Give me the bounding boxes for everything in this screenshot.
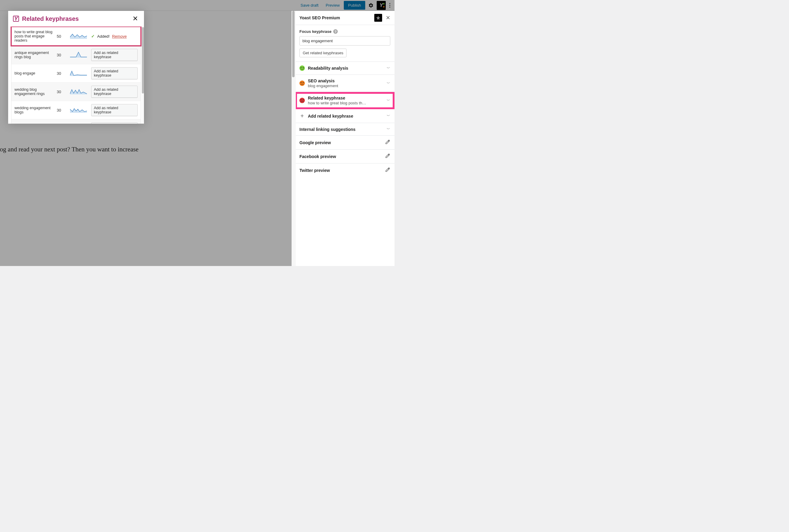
sidebar-close-icon[interactable]: ✕ [384,15,392,21]
related-keyphrase-row[interactable]: Related keyphrasehow to write great blog… [295,92,395,109]
help-icon[interactable]: ? [333,29,338,34]
remove-keyphrase-link[interactable]: Remove [112,34,127,39]
keyphrase-text: wedding blog engagement rings [15,88,57,96]
modal-title: Related keyphrases [22,15,128,22]
modal-scrollbar[interactable] [142,26,144,124]
edit-icon [385,167,390,173]
google-preview-row[interactable]: Google preview [295,136,395,150]
added-label: Added! [97,34,110,39]
check-icon: ✓ [91,34,95,39]
edit-icon [385,153,390,159]
keyphrase-row: antique engagement rings blog 30 Add as … [12,45,141,64]
keyphrase-text: how to write great blog posts that engag… [15,30,57,42]
svg-marker-0 [70,34,87,39]
trend-sparkline [70,52,89,58]
keyphrase-row: wedding blog engagement rings 30 Add as … [12,82,141,101]
trend-sparkline [70,107,89,113]
modal-header: Y Related keyphrases ✕ [8,11,144,26]
keyphrase-text: wedding engagement blogs [15,106,57,114]
add-keyphrase-button[interactable]: Add as related keyphrase [91,49,137,61]
related-keyphrases-modal: Y Related keyphrases ✕ how to write grea… [8,11,144,124]
add-related-keyphrase-row[interactable]: + Add related keyphrase ﹀ [295,109,395,123]
status-ok-icon [299,80,305,86]
readability-analysis-row[interactable]: Readability analysis ﹀ [295,62,395,75]
focus-keyphrase-label: Focus keyphrase ? [299,29,390,34]
chevron-down-icon: ﹀ [387,127,390,132]
modal-close-icon[interactable]: ✕ [131,15,139,23]
status-good-icon [299,65,305,71]
status-bad-icon [299,98,305,103]
get-related-keyphrases-button[interactable]: Get related keyphrases [299,49,347,57]
focus-keyphrase-input[interactable] [299,36,390,45]
chevron-down-icon: ﹀ [387,113,390,118]
keyphrase-row: blog engage 30 Add as related keyphrase [12,64,141,82]
add-keyphrase-button[interactable]: Add as related keyphrase [91,86,137,98]
sidebar-scrollbar[interactable] [292,11,296,266]
chevron-down-icon: ﹀ [387,81,390,86]
yoast-logo-icon: Y [13,16,19,22]
facebook-preview-row[interactable]: Facebook preview [295,150,395,164]
keyphrase-volume: 30 [57,90,70,94]
keyphrase-row: wedding engagement blogs 30 Add as relat… [12,101,141,119]
sidebar-title: Yoast SEO Premium [299,15,374,20]
add-keyphrase-button[interactable]: Add as related keyphrase [91,67,137,79]
keyphrase-volume: 30 [57,53,70,57]
trend-sparkline [70,88,89,95]
trend-sparkline [70,70,89,77]
star-icon[interactable] [374,14,382,22]
twitter-preview-row[interactable]: Twitter preview [295,164,395,177]
sidebar-header: Yoast SEO Premium ✕ [295,11,395,25]
plus-icon: + [299,113,305,119]
keyphrase-volume: 30 [57,71,70,76]
add-keyphrase-button[interactable]: Add as related keyphrase [91,104,137,116]
internal-linking-row[interactable]: Internal linking suggestions ﹀ [295,123,395,136]
keyphrase-volume: 30 [57,108,70,113]
focus-keyphrase-section: Focus keyphrase ? Get related keyphrases [295,25,395,62]
edit-icon [385,139,390,146]
trend-sparkline [70,33,89,39]
keyphrase-table: how to write great blog posts that engag… [11,26,141,124]
yoast-sidebar: Yoast SEO Premium ✕ Focus keyphrase ? Ge… [295,11,395,266]
keyphrase-row: engaged blog 20 Add as related keyphrase [12,119,141,124]
keyphrase-row: how to write great blog posts that engag… [12,27,141,45]
keyphrase-text: antique engagement rings blog [15,51,57,59]
svg-marker-4 [70,109,87,113]
chevron-down-icon: ﹀ [387,66,390,71]
chevron-down-icon: ﹀ [387,98,390,103]
keyphrase-text: blog engage [15,71,57,75]
keyphrase-volume: 50 [57,34,70,39]
seo-analysis-row[interactable]: SEO analysisblog engagement ﹀ [295,75,395,92]
add-keyphrase-button[interactable]: Add as related keyphrase [91,122,137,124]
